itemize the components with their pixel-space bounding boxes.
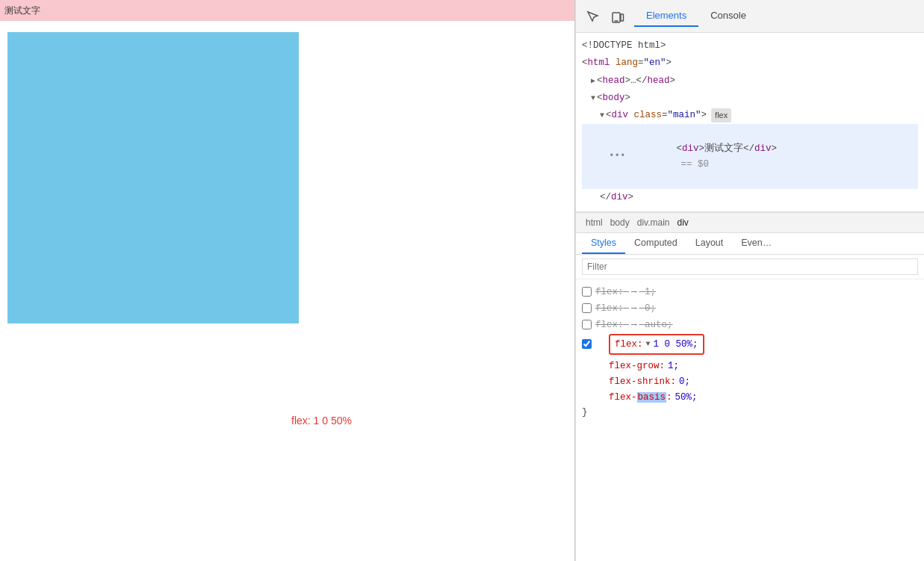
tab-console[interactable]: Console (698, 5, 758, 27)
dom-tree: <!DOCTYPE html> <html lang="en"> ▶ <head… (576, 33, 924, 212)
breadcrumb: html body div.main div (576, 212, 924, 233)
preview-title: 测试文字 (4, 4, 40, 17)
dom-div-close: </div> (582, 189, 918, 206)
tab-layout[interactable]: Layout (686, 233, 733, 254)
body-triangle[interactable]: ▼ (591, 92, 595, 105)
flex-value: 1 0 50%; (654, 337, 698, 352)
tab-event-listeners[interactable]: Even… (732, 233, 781, 254)
tab-styles[interactable]: Styles (582, 233, 625, 254)
style-rule-flex-0: flex: → 0; (582, 300, 918, 317)
svg-rect-1 (621, 14, 624, 21)
doctype-text: <!DOCTYPE html> (582, 38, 666, 54)
devtools-main-tabs: Elements Console (634, 5, 917, 27)
flex-1-checkbox[interactable] (582, 287, 592, 297)
tab-elements[interactable]: Elements (634, 5, 698, 27)
flex-0-checkbox[interactable] (582, 303, 592, 313)
breadcrumb-div[interactable]: div (674, 216, 692, 229)
expanded-flex-props: flex-grow: 1; flex-shrink: 0; flex-basis… (582, 359, 918, 406)
breadcrumb-body[interactable]: body (607, 216, 633, 229)
blue-box (7, 32, 299, 323)
dom-head[interactable]: ▶ <head>…</head> (582, 72, 918, 90)
flex-basis-line: flex-basis: 50%; (609, 390, 918, 406)
preview-top-bar: 测试文字 (0, 0, 574, 21)
filter-bar (576, 255, 924, 279)
style-rule-flex-auto: flex: → auto; (582, 317, 918, 333)
dom-div-main[interactable]: ▼ <div class="main"> flex (582, 107, 918, 124)
filter-input[interactable] (582, 258, 918, 275)
style-rule-flex-1: flex: → 1; (582, 284, 918, 300)
flex-auto-checkbox[interactable] (582, 320, 592, 329)
head-triangle[interactable]: ▶ (591, 75, 595, 87)
cursor-inspect-icon[interactable] (583, 7, 601, 25)
breadcrumb-html[interactable]: html (582, 216, 607, 229)
flex-badge[interactable]: flex (711, 108, 731, 123)
dom-html[interactable]: <html lang="en"> (582, 55, 918, 72)
breadcrumb-divmain[interactable]: div.main (633, 216, 674, 229)
dom-body[interactable]: ▼ <body> (582, 90, 918, 107)
div-main-triangle[interactable]: ▼ (600, 109, 604, 122)
browser-preview: 测试文字 flex: 1 0 50% (0, 0, 575, 561)
flex-grow-line: flex-grow: 1; (609, 359, 918, 374)
styles-content: flex: → 1; flex: → 0; flex: → auto; (576, 279, 924, 562)
tab-computed[interactable]: Computed (625, 233, 686, 254)
closing-brace: } (582, 406, 918, 419)
flex-shrink-line: flex-shrink: 0; (609, 374, 918, 390)
devtools-panel: Elements Console <!DOCTYPE html> <html l… (575, 0, 924, 561)
devtools-toolbar: Elements Console (576, 0, 924, 33)
dom-div-text[interactable]: ••• <div>测试文字</div> == $0 (582, 124, 918, 189)
basis-highlight: basis (637, 392, 667, 403)
flex-highlighted-box: flex: ▼ 1 0 50%; (609, 334, 704, 355)
device-mode-icon[interactable] (609, 7, 627, 25)
style-rule-flex-highlighted: flex: ▼ 1 0 50%; (582, 333, 918, 356)
flex-label: flex: 1 0 50% (291, 415, 352, 427)
flex-highlighted-checkbox[interactable] (582, 339, 592, 349)
styles-tabs-row: Styles Computed Layout Even… (576, 233, 924, 255)
dom-doctype: <!DOCTYPE html> (582, 37, 918, 55)
preview-content (0, 21, 574, 331)
